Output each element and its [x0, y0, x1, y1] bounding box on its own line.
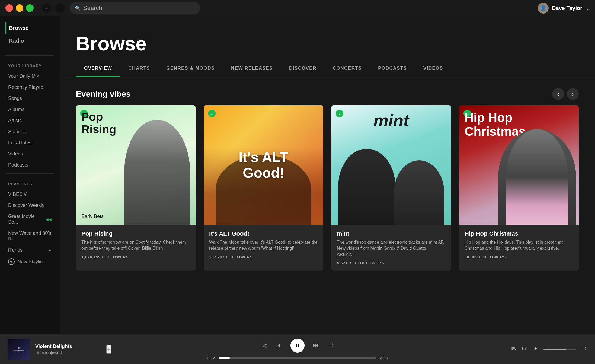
sidebar-item-artists[interactable]: Artists	[0, 115, 60, 126]
card-alt-good[interactable]: ♪ It's ALTGood! It's ALT Good! Walk The …	[204, 105, 323, 271]
forward-button[interactable]: ›	[55, 3, 65, 13]
spotify-icon: ♪	[208, 110, 216, 117]
sidebar-item-albums[interactable]: Albums	[0, 104, 60, 115]
player-track-artist: Ramin Djawadi	[35, 350, 101, 355]
player-track: WWESTWORLD Violent Delights Ramin Djawad…	[8, 339, 111, 360]
album-art: WWESTWORLD	[8, 339, 30, 360]
cards-grid: ♪ PopRising Early Bets Pop Rising The hi…	[60, 105, 595, 281]
card-mint-desc: The world's top dance and electronic tra…	[337, 239, 446, 258]
minimize-button[interactable]	[16, 4, 23, 12]
volume-bar[interactable]	[543, 349, 576, 350]
repeat-button[interactable]	[328, 343, 334, 349]
sidebar-divider-2	[5, 173, 54, 174]
browse-tabs: OVERVIEW CHARTS GENRES & MOODS NEW RELEA…	[60, 60, 595, 77]
progress-bar[interactable]	[219, 357, 376, 359]
section-prev-button[interactable]: ‹	[552, 88, 564, 100]
search-bar[interactable]: 🔍	[70, 2, 200, 14]
sidebar-item-itunes[interactable]: iTunes ►	[0, 245, 60, 256]
tab-discover[interactable]: DISCOVER	[281, 60, 325, 77]
avatar: 👤	[538, 3, 549, 14]
shuffle-button[interactable]	[261, 343, 267, 349]
card-pop-rising-followers: 1,028,159 FOLLOWERS	[81, 255, 190, 259]
user-menu[interactable]: 👤 Dave Taylor ⌄	[538, 3, 590, 14]
volume-button[interactable]	[533, 346, 538, 353]
maximize-button[interactable]	[26, 4, 34, 12]
your-library-label: YOUR LIBRARY	[0, 58, 60, 71]
westworld-art: WWESTWORLD	[8, 339, 30, 360]
tab-overview[interactable]: OVERVIEW	[76, 60, 120, 77]
tab-videos[interactable]: VIDEOS	[415, 60, 451, 77]
tab-podcasts[interactable]: PODCASTS	[370, 60, 415, 77]
sidebar-item-recently-played[interactable]: Recently Played	[0, 82, 60, 93]
card-hiphop-christmas[interactable]: ♪ Hip HopChristmas Hip Hop Christmas Hip…	[459, 105, 579, 271]
sidebar-item-videos[interactable]: Videos	[0, 148, 60, 160]
mint-heading: mint	[373, 111, 409, 130]
page-title: Browse	[76, 32, 579, 55]
pop-rising-heading: PopRising	[81, 111, 116, 136]
card-alt-good-desc: Walk The Moon take over It's ALT Good! t…	[209, 239, 318, 252]
sidebar-item-vibes[interactable]: VIBES //	[0, 189, 60, 200]
tab-charts[interactable]: CHARTS	[120, 60, 158, 77]
fullscreen-button[interactable]	[581, 346, 587, 353]
card-alt-good-info: It's ALT Good! Walk The Moon take over I…	[204, 225, 323, 265]
card-pop-rising-title: Pop Rising	[81, 230, 190, 237]
player-bar: WWESTWORLD Violent Delights Ramin Djawad…	[0, 334, 595, 364]
sidebar-item-radio[interactable]: Radio	[5, 34, 54, 47]
sidebar-item-local-files[interactable]: Local Files	[0, 137, 60, 148]
tab-concerts[interactable]: CONCERTS	[325, 60, 370, 77]
mint-people	[331, 135, 451, 225]
main-layout: Browse Radio YOUR LIBRARY Your Daily Mix…	[0, 16, 595, 334]
sidebar-item-stations[interactable]: Stations	[0, 126, 60, 137]
sidebar-item-podcasts[interactable]: Podcasts	[0, 160, 60, 171]
section-title: Evening vibes	[76, 89, 131, 99]
volume-fill	[543, 349, 566, 350]
sidebar: Browse Radio YOUR LIBRARY Your Daily Mix…	[0, 16, 60, 334]
previous-button[interactable]	[275, 342, 282, 349]
sidebar-nav: Browse Radio	[0, 22, 60, 47]
sidebar-item-new-wave[interactable]: New Wave and 80's R...	[0, 228, 60, 245]
pop-rising-subtitle: Early Bets	[81, 214, 104, 219]
card-pop-rising[interactable]: ♪ PopRising Early Bets Pop Rising The hi…	[76, 105, 196, 271]
player-right	[484, 346, 587, 353]
avatar-image: 👤	[538, 3, 549, 14]
tab-genres-moods[interactable]: GENRES & MOODS	[158, 60, 223, 77]
hiphop-heading: Hip HopChristmas	[465, 111, 573, 138]
sidebar-item-songs[interactable]: Songs	[0, 93, 60, 104]
username-label: Dave Taylor	[552, 5, 582, 11]
card-alt-good-followers: 182,297 FOLLOWERS	[209, 255, 318, 259]
player-track-info: Violent Delights Ramin Djawadi	[35, 344, 101, 355]
section-header: Evening vibes ‹ ›	[60, 77, 595, 105]
progress-time-current: 0:12	[203, 356, 215, 360]
progress-fill	[219, 357, 230, 359]
queue-button[interactable]	[511, 346, 516, 353]
sidebar-item-browse[interactable]: Browse	[5, 22, 54, 34]
sidebar-item-daily-mix[interactable]: Your Daily Mix	[0, 71, 60, 82]
playlists-label: PLAYLISTS	[0, 176, 60, 189]
card-alt-good-image: ♪ It's ALTGood!	[204, 105, 323, 225]
card-pop-rising-image: ♪ PopRising Early Bets	[76, 105, 196, 225]
sidebar-divider-1	[5, 55, 54, 56]
new-playlist-button[interactable]: + New Playlist	[0, 256, 60, 268]
card-mint-info: mint The world's top dance and electroni…	[331, 225, 451, 271]
sidebar-item-discover-weekly[interactable]: Discover Weekly	[0, 200, 60, 211]
search-input[interactable]	[83, 5, 195, 12]
card-mint[interactable]: ♪ mint mint The world's top dance and el…	[331, 105, 451, 271]
card-hiphop-image: ♪ Hip HopChristmas	[459, 105, 579, 225]
search-icon: 🔍	[75, 6, 81, 11]
card-pop-rising-desc: The hits of tomorrow are on Spotify toda…	[81, 239, 190, 252]
tab-new-releases[interactable]: NEW RELEASES	[223, 60, 281, 77]
section-next-button[interactable]: ›	[567, 88, 579, 100]
alt-good-heading: It's ALTGood!	[239, 150, 288, 180]
card-alt-good-title: It's ALT Good!	[209, 230, 318, 237]
now-playing-icon: ◀◀	[46, 217, 52, 222]
card-mint-image: ♪ mint	[331, 105, 451, 225]
add-to-library-button[interactable]: +	[106, 345, 111, 354]
devices-button[interactable]	[522, 346, 527, 353]
pause-button[interactable]	[290, 339, 305, 353]
close-button[interactable]	[5, 4, 13, 12]
sidebar-item-great-movie[interactable]: Great Movie So... ◀◀	[0, 211, 60, 228]
back-button[interactable]: ‹	[42, 3, 52, 13]
card-mint-title: mint	[337, 230, 446, 237]
next-button[interactable]	[313, 342, 320, 349]
progress-time-total: 4:58	[380, 356, 392, 360]
